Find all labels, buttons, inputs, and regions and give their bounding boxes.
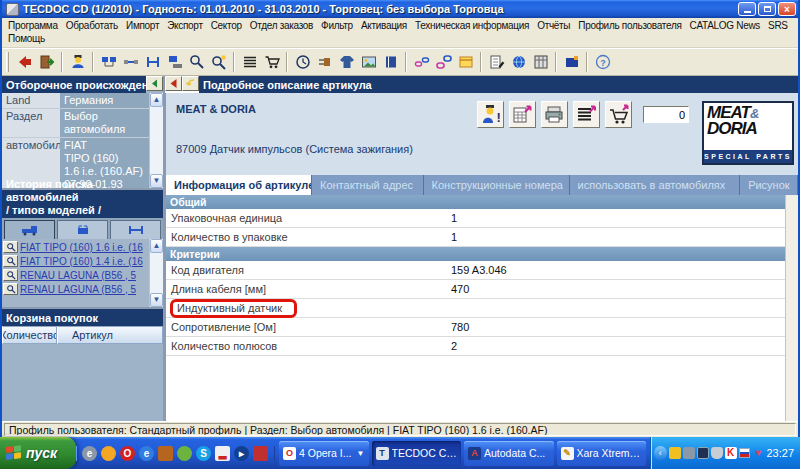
cart-column-quantity[interactable]: Количество (2, 326, 57, 344)
tray-mouse-icon[interactable] (711, 447, 723, 459)
menu-sektor[interactable]: Сектор (207, 19, 246, 32)
quicklaunch-icon-media[interactable]: ▂ (215, 446, 230, 461)
menu-filtr[interactable]: Фильтр (317, 19, 357, 32)
window-grid-icon[interactable] (530, 52, 551, 73)
tab-used-in-vehicles[interactable]: использовать в автомобилях (570, 175, 741, 195)
dbw-icon[interactable] (561, 52, 582, 73)
history-link[interactable]: RENAU LAGUNA (B56 , 5 (20, 270, 136, 281)
link-large-icon[interactable] (433, 52, 454, 73)
link-small-icon[interactable] (411, 52, 432, 73)
titlebar[interactable]: TECDOC CD (1/2010) - Годность: 01.01.201… (2, 0, 798, 18)
search-user-icon[interactable] (208, 52, 229, 73)
history-tab-vehicles[interactable] (4, 220, 55, 239)
list-export-button[interactable] (573, 101, 600, 128)
scroll-up-icon[interactable]: ▲ (150, 93, 163, 107)
taskbar-window-xara[interactable]: ✎ Xara Xtreme... (557, 441, 647, 466)
support-button[interactable]: ! (477, 101, 504, 128)
quantity-input[interactable] (643, 106, 689, 123)
quicklaunch-icon-warning[interactable] (101, 446, 116, 461)
catalog-icon[interactable] (380, 52, 401, 73)
scroll-down-icon[interactable]: ▼ (150, 293, 163, 307)
network-icon[interactable] (98, 52, 119, 73)
add-to-cart-button[interactable] (605, 101, 632, 128)
article-forward-button[interactable] (182, 76, 199, 91)
history-search-button[interactable] (3, 241, 18, 253)
taskbar-window-opera[interactable]: O 4 Opera I... ▼ (279, 441, 369, 466)
tray-kaspersky-icon[interactable]: K (725, 447, 737, 459)
quicklaunch-icon-box[interactable] (158, 446, 173, 461)
menu-otchety[interactable]: Отчёты (533, 19, 574, 32)
print-button[interactable] (541, 101, 568, 128)
dropdown-arrow-icon[interactable]: ▼ (357, 449, 365, 458)
image-icon[interactable] (358, 52, 379, 73)
history-link[interactable]: FIAT TIPO (160) 1.6 i.e. (16 (20, 242, 143, 253)
menu-export[interactable]: Экспорт (163, 19, 206, 32)
minimize-button[interactable] (738, 2, 756, 16)
history-search-button[interactable] (3, 269, 18, 281)
article-back-button[interactable] (165, 76, 182, 91)
quicklaunch-icon-skype[interactable]: S (196, 446, 211, 461)
menu-obrabotat[interactable]: Обработать (62, 19, 122, 32)
history-search-button[interactable] (3, 283, 18, 295)
taskbar-window-tecdoc[interactable]: T TECDOC CD... (372, 441, 462, 466)
plug-icon[interactable] (314, 52, 335, 73)
quicklaunch-icon-car[interactable] (253, 446, 268, 461)
history-link[interactable]: FIAT TIPO (160) 1.4 i.e. (16 (20, 256, 143, 267)
history-link[interactable]: RENAU LAGUNA (B56 , 5 (20, 284, 136, 295)
menu-srs[interactable]: SRS (764, 19, 792, 32)
tray-monitor-icon[interactable] (697, 447, 709, 459)
tab-contact-address[interactable]: Контактный адрес (312, 175, 424, 195)
tray-shield-icon[interactable] (669, 447, 681, 459)
tray-chevron-icon[interactable]: ‹ (654, 446, 667, 460)
cart-column-article[interactable]: Артикул (57, 326, 163, 344)
menu-pomosch[interactable]: Помощь (4, 32, 49, 45)
details-scrollbar[interactable] (785, 195, 798, 421)
list-icon[interactable] (239, 52, 260, 73)
cart-icon[interactable] (261, 52, 282, 73)
workstation-icon[interactable] (164, 52, 185, 73)
collapse-panel-button[interactable] (146, 76, 163, 91)
tray-gray-icon[interactable] (683, 447, 695, 459)
menu-aktivacia[interactable]: Активация (357, 19, 411, 32)
exit-icon[interactable] (36, 52, 57, 73)
history-scrollbar[interactable]: ▲ ▼ (149, 239, 163, 307)
user-icon[interactable] (67, 52, 88, 73)
menu-otdel-zakazov[interactable]: Отдел заказов (246, 19, 317, 32)
menu-profil[interactable]: Профиль пользователя (574, 19, 685, 32)
clock-icon[interactable] (292, 52, 313, 73)
menu-catalog-news[interactable]: CATALOG News (686, 19, 765, 32)
quicklaunch-icon-opera[interactable]: O (120, 446, 135, 461)
list-edit-icon[interactable] (486, 52, 507, 73)
window-yellow-icon[interactable] (455, 52, 476, 73)
quicklaunch-icon-desktop[interactable]: e (82, 446, 97, 461)
axle-icon[interactable] (142, 52, 163, 73)
tray-heart-icon[interactable]: ♥ (752, 447, 764, 459)
jacket-icon[interactable] (336, 52, 357, 73)
taskbar-window-autodata[interactable]: A Autodata C... (464, 441, 554, 466)
scroll-up-icon[interactable]: ▲ (150, 239, 163, 253)
history-search-button[interactable] (3, 255, 18, 267)
menu-import[interactable]: Импорт (122, 19, 163, 32)
history-tab-axles[interactable] (110, 220, 161, 239)
table-export-button[interactable] (509, 101, 536, 128)
quicklaunch-icon-player[interactable]: ▸ (234, 446, 249, 461)
start-button[interactable]: пуск (0, 437, 76, 469)
quicklaunch-icon-green[interactable] (177, 446, 192, 461)
restore-button[interactable] (758, 2, 776, 16)
close-button[interactable]: × (778, 2, 796, 16)
tab-article-info[interactable]: Информация об артикуле (166, 175, 312, 195)
tray-flag-icon[interactable] (739, 448, 751, 458)
menu-programma[interactable]: Программа (4, 19, 62, 32)
history-tab-engines[interactable] (57, 220, 108, 239)
quicklaunch-icon-ie[interactable]: e (139, 446, 154, 461)
tab-drawing[interactable]: Рисунок (740, 175, 798, 195)
search-icon[interactable] (186, 52, 207, 73)
menu-tech-info[interactable]: Техническая информация (411, 19, 533, 32)
globe-icon[interactable] (508, 52, 529, 73)
cable-icon[interactable] (120, 52, 141, 73)
back-icon[interactable] (14, 52, 35, 73)
selection-scrollbar[interactable]: ▲ ▼ (149, 93, 163, 188)
tab-construction-numbers[interactable]: Конструкционные номера (424, 175, 570, 195)
tray-clock[interactable]: 23:27 (766, 447, 796, 459)
help-icon[interactable]: ? (592, 52, 613, 73)
